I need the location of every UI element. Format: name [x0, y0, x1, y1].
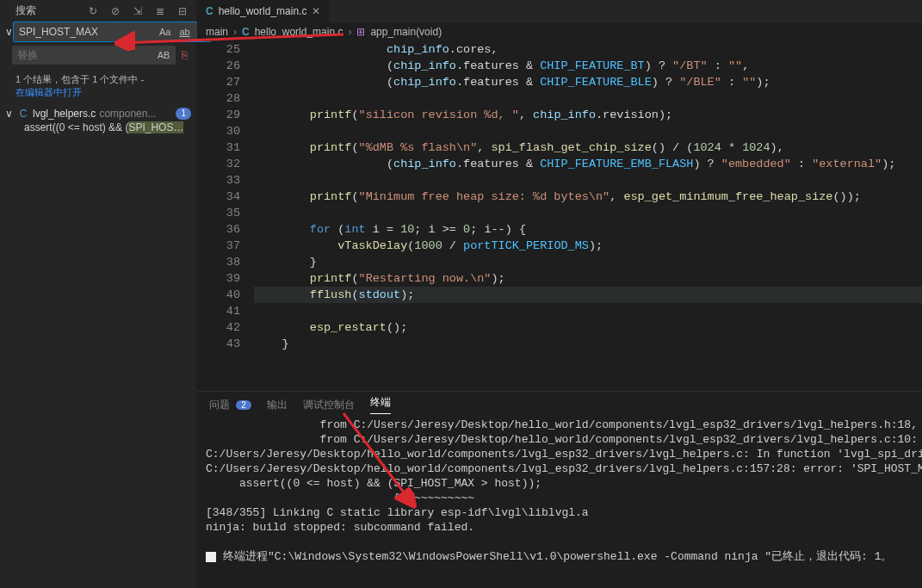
code-line[interactable]: for (int i = 10; i >= 0; i--) { [254, 223, 526, 236]
c-file-icon: C [17, 108, 29, 120]
results-summary-text: 1 个结果，包含于 1 个文件中 - [15, 74, 144, 84]
tab-filename: hello_world_main.c [219, 5, 307, 17]
code-line[interactable]: } [254, 337, 289, 350]
tab-output[interactable]: 输出 [267, 398, 288, 412]
new-search-editor-icon[interactable]: ⇲ [131, 4, 145, 18]
code-line[interactable]: printf("silicon revision %d, ", chip_inf… [254, 108, 672, 121]
result-file-name: lvgl_helpers.c [33, 108, 96, 120]
code-line[interactable]: chip_info.cores, [254, 43, 498, 56]
search-result-line[interactable]: assert((0 <= host) && (SPI_HOS… [24, 121, 196, 133]
code-line[interactable]: fflush(stdout); [254, 287, 922, 303]
chevron-down-icon: ∨ [3, 108, 14, 120]
search-result-file[interactable]: ∨ C lvgl_helpers.c componen... 1 [3, 108, 196, 120]
terminal-output[interactable]: from C:/Users/Jeresy/Desktop/hello_world… [197, 418, 922, 588]
code-line[interactable]: printf("Restarting now.\n"); [254, 272, 505, 285]
code-line[interactable] [254, 207, 261, 220]
toggle-replace-expander[interactable]: ∨ [5, 26, 13, 38]
refresh-icon[interactable]: ↻ [86, 4, 100, 18]
code-editor[interactable]: 25262728293031323334353637383940414243 c… [197, 41, 922, 391]
code-line[interactable]: } [254, 256, 317, 269]
problem-count-badge: 2 [236, 400, 251, 410]
crumb-symbol[interactable]: app_main(void) [370, 26, 442, 38]
result-file-dir: componen... [99, 108, 156, 120]
code-line[interactable]: vTaskDelay(1000 / portTICK_PERIOD_MS); [254, 239, 603, 252]
search-panel-title: 搜索 [15, 3, 36, 18]
toggle-view-icon[interactable]: ≣ [153, 4, 167, 18]
code-line[interactable] [254, 354, 261, 367]
code-line[interactable]: printf("Minimum free heap size: %d bytes… [254, 190, 861, 203]
tab-debug-console[interactable]: 调试控制台 [303, 398, 355, 412]
breadcrumb[interactable]: main› C hello_world_main.c› ⊞ app_main(v… [197, 22, 922, 41]
preserve-case-toggle[interactable]: AB [155, 48, 173, 62]
c-file-icon: C [242, 26, 250, 38]
crumb-folder[interactable]: main [206, 26, 228, 38]
open-in-editor-link[interactable]: 在编辑器中打开 [15, 86, 188, 99]
tab-problems[interactable]: 问题 2 [209, 398, 251, 412]
c-file-icon: C [206, 5, 213, 17]
code-line[interactable]: printf("%dMB %s flash\n", spi_flash_get_… [254, 141, 784, 154]
code-line[interactable] [254, 92, 261, 105]
search-input[interactable] [14, 22, 153, 41]
match-whole-word-toggle[interactable]: ab [176, 25, 192, 39]
replace-input[interactable] [12, 46, 152, 65]
code-line[interactable]: (chip_info.features & CHIP_FEATURE_EMB_F… [254, 158, 895, 170]
close-icon[interactable]: ✕ [312, 5, 320, 17]
tab-terminal[interactable]: 终端 [370, 395, 391, 414]
editor-tab[interactable]: C hello_world_main.c ✕ [197, 0, 329, 22]
replace-all-button[interactable]: ⎘ [179, 47, 189, 63]
code-line[interactable]: esp_restart(); [254, 321, 407, 334]
clear-results-icon[interactable]: ⊘ [108, 4, 122, 18]
result-count-badge: 1 [176, 108, 191, 120]
code-line[interactable] [254, 125, 261, 138]
collapse-all-icon[interactable]: ⊟ [176, 4, 189, 18]
match-case-toggle[interactable]: Aa [157, 25, 173, 39]
code-line[interactable]: (chip_info.features & CHIP_FEATURE_BLE) … [254, 76, 770, 89]
code-line[interactable] [254, 174, 261, 187]
code-line[interactable]: (chip_info.features & CHIP_FEATURE_BT) ?… [254, 59, 749, 72]
crumb-file[interactable]: hello_world_main.c [255, 26, 343, 38]
terminal-prompt-icon [206, 552, 216, 562]
function-icon: ⊞ [356, 26, 365, 38]
